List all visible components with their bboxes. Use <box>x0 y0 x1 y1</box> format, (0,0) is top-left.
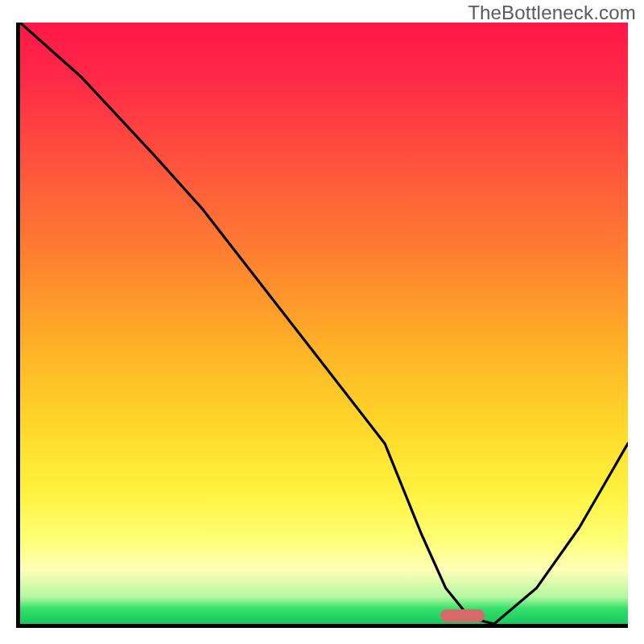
plot-area <box>16 23 628 628</box>
bottleneck-curve <box>20 23 628 624</box>
optimal-marker <box>440 609 485 622</box>
chart-container: TheBottleneck.com <box>0 0 644 644</box>
watermark-label: TheBottleneck.com <box>468 2 636 24</box>
